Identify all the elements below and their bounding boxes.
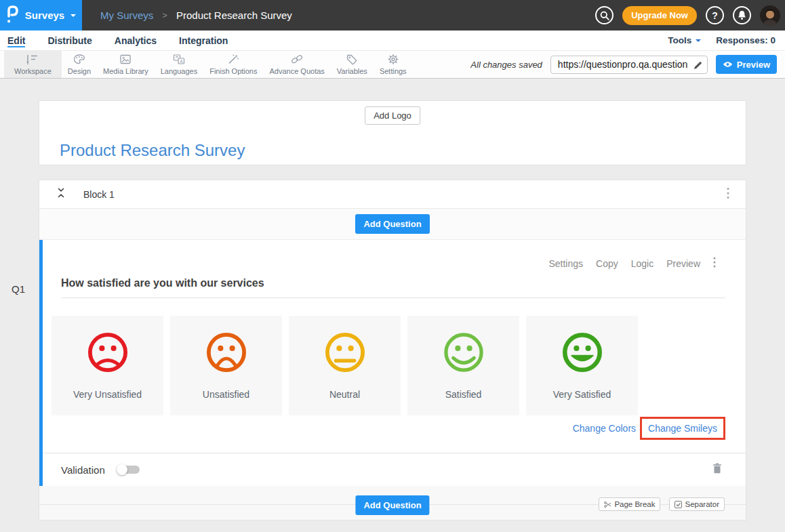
chevron-down-icon <box>696 39 701 42</box>
change-colors-link[interactable]: Change Colors <box>573 423 636 434</box>
survey-title[interactable]: Product Research Survey <box>60 141 245 160</box>
toolbar-item-label: Settings <box>380 67 407 75</box>
question-number: Q1 <box>12 283 25 295</box>
search-icon <box>600 11 609 20</box>
toolbar-item-label: Design <box>68 67 91 75</box>
block-menu-kebab-icon[interactable] <box>727 187 729 202</box>
block-card: Block 1 Add Question Q1 Settings Copy Lo… <box>39 180 746 520</box>
add-question-row-top: Add Question <box>39 209 746 240</box>
tools-menu[interactable]: Tools <box>668 35 701 45</box>
toolbar-item-label: Advance Quotas <box>269 67 324 75</box>
block-header: Block 1 <box>39 180 746 209</box>
question-copy-link[interactable]: Copy <box>596 258 618 269</box>
breadcrumb-separator-icon: > <box>162 10 167 20</box>
toolbar-item-label: Workspace <box>14 67 52 75</box>
option-neutral[interactable]: Neutral <box>289 316 401 415</box>
notifications-button[interactable] <box>733 6 751 24</box>
smiley-unsatisfied-icon <box>207 333 246 372</box>
survey-header-card: Add Logo Product Research Survey <box>39 100 746 165</box>
toolbar-item-advance-quotas[interactable]: Advance Quotas <box>263 51 330 78</box>
validation-row: Validation <box>43 453 746 486</box>
add-question-button-bottom[interactable]: Add Question <box>355 495 429 515</box>
help-icon: ? <box>712 10 718 21</box>
top-bar: Surveys My Surveys > Product Research Su… <box>0 0 785 30</box>
toolbar-item-media-library[interactable]: Media Library <box>97 51 155 78</box>
change-smileys-link[interactable]: Change Smileys <box>648 423 717 434</box>
brand-menu[interactable]: Surveys <box>0 0 82 30</box>
responses-count[interactable]: Responses: 0 <box>716 35 776 45</box>
smiley-customize-row: Change Colors Change Smileys <box>43 417 725 440</box>
validation-toggle[interactable] <box>117 466 140 474</box>
add-logo-button[interactable]: Add Logo <box>365 106 420 125</box>
separator-label: Separator <box>685 500 719 508</box>
toolbar-item-label: Languages <box>161 67 197 75</box>
chevron-down-icon <box>71 14 76 17</box>
eye-icon <box>723 61 733 68</box>
toolbar-item-label: Finish Options <box>209 67 257 75</box>
option-very-satisfied[interactable]: Very Satisfied <box>526 316 638 415</box>
breadcrumb-current: Product Research Survey <box>176 9 292 21</box>
tab-analytics[interactable]: Analytics <box>115 30 157 50</box>
section-tabs: Edit Distribute Analytics Integration To… <box>0 30 785 50</box>
smiley-satisfied-icon <box>444 333 483 372</box>
translate-icon: A <box>173 54 185 65</box>
toolbar-item-label: Media Library <box>103 67 148 75</box>
separator-button[interactable]: Separator <box>669 497 725 511</box>
tab-edit[interactable]: Edit <box>7 30 25 50</box>
edit-url-icon[interactable] <box>693 60 702 73</box>
option-label: Satisfied <box>445 389 482 400</box>
help-button[interactable]: ? <box>706 6 724 24</box>
palette-icon <box>73 54 85 65</box>
block-title: Block 1 <box>83 189 115 200</box>
svg-text:A: A <box>180 59 183 64</box>
search-button[interactable] <box>595 6 613 24</box>
option-satisfied[interactable]: Satisfied <box>407 316 519 415</box>
toolbar-item-label: Variables <box>337 67 367 75</box>
option-label: Very Unsatisfied <box>73 389 142 400</box>
bell-icon <box>738 10 746 20</box>
product-name: Surveys <box>25 9 64 21</box>
survey-editor-canvas: Add Logo Product Research Survey Block 1… <box>0 100 785 520</box>
smiley-very-unsatisfied-icon <box>88 333 127 372</box>
option-unsatisfied[interactable]: Unsatisfied <box>170 316 282 415</box>
validation-label: Validation <box>61 464 105 476</box>
collapse-icon[interactable] <box>57 188 65 201</box>
toolbar-item-languages[interactable]: A Languages <box>155 51 203 78</box>
question-menu-kebab-icon[interactable] <box>713 257 716 270</box>
toolbar-item-settings[interactable]: Settings <box>374 51 413 78</box>
checkbox-icon <box>675 501 682 508</box>
toolbar-item-workspace[interactable]: Workspace <box>4 51 62 78</box>
question-card: Q1 Settings Copy Logic Preview How satis… <box>39 240 746 486</box>
highlight-box: Change Smileys <box>640 417 725 440</box>
toolbar-item-variables[interactable]: Variables <box>331 51 374 78</box>
question-preview-link[interactable]: Preview <box>666 258 700 269</box>
question-text[interactable]: How satisfied are you with our services <box>61 277 725 298</box>
smiley-very-satisfied-icon <box>563 333 602 372</box>
toolbar-item-finish-options[interactable]: Finish Options <box>203 51 263 78</box>
breadcrumb: My Surveys > Product Research Survey <box>100 9 292 21</box>
page-break-button[interactable]: Page Break <box>599 497 660 511</box>
image-icon <box>119 54 132 65</box>
survey-url-input[interactable] <box>550 56 708 74</box>
option-label: Very Satisfied <box>553 389 611 400</box>
tab-distribute[interactable]: Distribute <box>47 30 92 50</box>
preview-button[interactable]: Preview <box>716 55 777 74</box>
trash-icon <box>712 463 722 474</box>
chain-links-icon <box>291 54 303 65</box>
question-logic-link[interactable]: Logic <box>631 258 653 269</box>
tag-icon <box>346 54 358 65</box>
tools-label: Tools <box>668 35 691 45</box>
breadcrumb-parent[interactable]: My Surveys <box>100 9 153 21</box>
question-settings-link[interactable]: Settings <box>548 258 583 269</box>
option-very-unsatisfied[interactable]: Very Unsatisfied <box>52 316 163 415</box>
toolbar-item-design[interactable]: Design <box>62 51 97 78</box>
smiley-neutral-icon <box>325 333 365 372</box>
avatar[interactable] <box>760 5 780 26</box>
upgrade-now-button[interactable]: Upgrade Now <box>622 6 697 25</box>
scissors-icon <box>604 501 611 508</box>
smiley-options: Very Unsatisfied Unsatisfied <box>52 316 746 415</box>
delete-question-button[interactable] <box>712 463 722 476</box>
option-label: Unsatisfied <box>203 389 249 400</box>
add-question-button-top[interactable]: Add Question <box>355 214 429 234</box>
tab-integration[interactable]: Integration <box>179 30 228 50</box>
